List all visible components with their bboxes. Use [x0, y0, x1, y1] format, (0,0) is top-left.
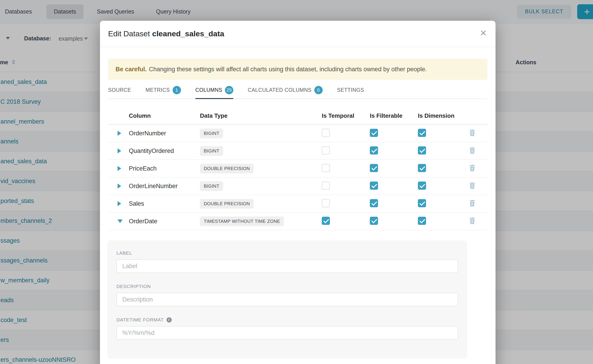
is-dimension-header: Is Dimension — [418, 112, 468, 119]
collapse-caret-icon[interactable] — [118, 220, 129, 223]
is-dimension-checkbox[interactable] — [418, 164, 426, 172]
tab-source[interactable]: SOURCE — [108, 82, 131, 98]
column-name: PriceEach — [129, 165, 200, 172]
modal-title-dataset-name: cleaned_sales_data — [152, 29, 224, 38]
column-row: QuantityOrdered BIGINT — [108, 142, 488, 160]
column-name: Sales — [129, 200, 200, 207]
is-filterable-checkbox[interactable] — [370, 217, 378, 225]
column-row: PriceEach DOUBLE PRECISION — [108, 160, 488, 177]
is-filterable-checkbox[interactable] — [370, 129, 378, 137]
tab-label: METRICS — [145, 87, 170, 93]
close-icon[interactable]: × — [480, 27, 487, 38]
column-row: Sales DOUBLE PRECISION — [108, 195, 488, 213]
is-temporal-checkbox[interactable] — [322, 182, 330, 190]
data-type-pill: BIGINT — [200, 146, 223, 156]
modal-tabs: SOURCE METRICS 1 COLUMNS 25 CALCULATED C… — [108, 80, 488, 99]
is-dimension-checkbox[interactable] — [418, 217, 426, 225]
delete-column-icon[interactable] — [469, 200, 476, 208]
delete-column-icon[interactable] — [469, 217, 476, 225]
columns-table: Column Data Type Is Temporal Is Filterab… — [108, 99, 488, 230]
datetime-format-field-label: DATETIME FORMAT — [116, 317, 458, 323]
expand-caret-icon[interactable] — [118, 184, 129, 188]
edit-dataset-modal: Edit Datasetcleaned_sales_data × Be care… — [100, 21, 495, 364]
data-type-pill: BIGINT — [200, 129, 223, 138]
column-row: OrderNumber BIGINT — [108, 125, 488, 142]
is-temporal-checkbox[interactable] — [322, 199, 330, 207]
warning-banner-text: Changing these settings will affect all … — [149, 66, 427, 73]
data-type-pill: DOUBLE PRECISION — [200, 164, 254, 173]
description-input[interactable] — [116, 293, 458, 306]
column-row: OrderDate TIMESTAMP WITHOUT TIME ZONE — [108, 213, 488, 230]
data-type-pill: DOUBLE PRECISION — [200, 199, 254, 209]
expand-caret-icon[interactable] — [118, 148, 129, 153]
is-dimension-checkbox[interactable] — [418, 182, 426, 190]
delete-column-icon[interactable] — [469, 182, 476, 190]
is-temporal-checkbox[interactable] — [322, 217, 330, 225]
tab-label: SOURCE — [108, 87, 131, 93]
modal-title: Edit Datasetcleaned_sales_data — [108, 29, 224, 38]
column-detail-panel: LABEL DESCRIPTION DATETIME FORMAT — [107, 240, 467, 359]
column-header: Column — [129, 112, 200, 119]
delete-column-icon[interactable] — [469, 129, 476, 137]
column-name: QuantityOrdered — [129, 148, 200, 155]
is-filterable-checkbox[interactable] — [370, 199, 378, 207]
tab-columns[interactable]: COLUMNS 25 — [195, 82, 233, 98]
data-type-pill: BIGINT — [200, 181, 223, 191]
expand-caret-icon[interactable] — [118, 201, 129, 206]
is-dimension-checkbox[interactable] — [418, 199, 426, 207]
delete-column-icon[interactable] — [469, 147, 476, 155]
columns-count-badge: 25 — [225, 86, 233, 94]
modal-title-prefix: Edit Dataset — [108, 29, 150, 38]
is-dimension-checkbox[interactable] — [418, 146, 426, 155]
is-temporal-checkbox[interactable] — [322, 146, 330, 155]
tab-label: CALCULATED COLUMNS — [248, 87, 312, 93]
columns-table-header: Column Data Type Is Temporal Is Filterab… — [108, 99, 488, 125]
is-filterable-checkbox[interactable] — [370, 146, 378, 155]
data-type-header: Data Type — [200, 112, 322, 119]
warning-banner-title: Be careful. — [116, 66, 147, 73]
tab-calculated-columns[interactable]: CALCULATED COLUMNS 0 — [248, 82, 323, 98]
column-name: OrderDate — [129, 218, 200, 225]
is-filterable-checkbox[interactable] — [370, 182, 378, 190]
is-filterable-header: Is Filterable — [370, 112, 418, 119]
is-temporal-header: Is Temporal — [322, 112, 370, 119]
expand-caret-icon[interactable] — [118, 131, 129, 136]
tab-label: COLUMNS — [195, 87, 222, 93]
tab-label: SETTINGS — [337, 87, 364, 93]
column-name: OrderNumber — [129, 130, 200, 137]
datetime-format-input[interactable] — [116, 326, 458, 340]
column-row: OrderLineNumber BIGINT — [108, 177, 488, 195]
is-temporal-checkbox[interactable] — [322, 129, 330, 137]
label-input[interactable] — [116, 259, 458, 273]
info-icon[interactable] — [166, 317, 172, 323]
metrics-count-badge: 1 — [173, 86, 181, 94]
column-name: OrderLineNumber — [129, 183, 200, 190]
data-type-pill: TIMESTAMP WITHOUT TIME ZONE — [200, 216, 284, 226]
description-field-label: DESCRIPTION — [116, 284, 458, 289]
label-field-label: LABEL — [116, 250, 458, 256]
calculated-columns-count-badge: 0 — [314, 86, 323, 94]
is-temporal-checkbox[interactable] — [322, 164, 330, 172]
is-filterable-checkbox[interactable] — [370, 164, 378, 172]
delete-column-icon[interactable] — [469, 164, 476, 172]
warning-banner: Be careful. Changing these settings will… — [108, 59, 488, 80]
is-dimension-checkbox[interactable] — [418, 129, 426, 137]
datetime-format-label-text: DATETIME FORMAT — [116, 317, 164, 323]
modal-header: Edit Datasetcleaned_sales_data × — [100, 21, 495, 47]
expand-caret-icon[interactable] — [118, 166, 129, 171]
tab-settings[interactable]: SETTINGS — [337, 82, 364, 98]
tab-metrics[interactable]: METRICS 1 — [145, 82, 181, 98]
